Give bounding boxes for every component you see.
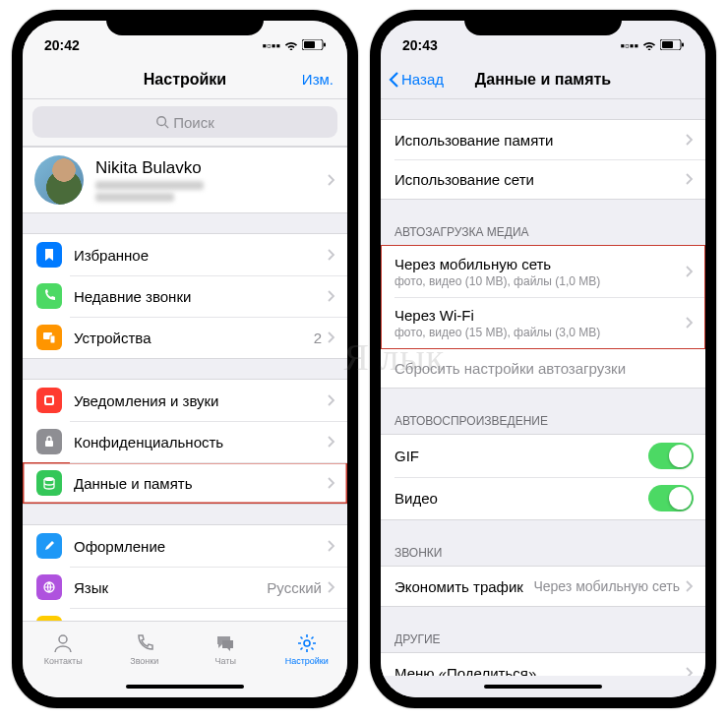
section-header-autoplay: АВТОВОСПРОИЗВЕДЕНИЕ: [381, 408, 705, 434]
signal-icon: ▪▫▪▪: [263, 38, 280, 53]
wifi-icon: [284, 38, 298, 53]
chevron-right-icon: [686, 173, 694, 185]
privacy-row[interactable]: Конфиденциальность: [23, 421, 347, 462]
svg-rect-20: [662, 41, 673, 48]
battery-icon: [302, 38, 326, 53]
section-header-automedia: АВТОЗАГРУЗКА МЕДИА: [381, 219, 705, 245]
svg-line-4: [165, 125, 169, 129]
section-header-calls: ЗВОНКИ: [381, 540, 705, 566]
chevron-right-icon: [328, 477, 335, 489]
phone-left: 20:42 ▪▫▪▪ Настройки Изм. Поиск: [12, 10, 358, 708]
wifi-icon: [642, 38, 656, 53]
bell-icon: [36, 388, 62, 413]
nav-title: Настройки: [144, 71, 226, 89]
chevron-right-icon: [686, 134, 694, 146]
gif-toggle[interactable]: [648, 443, 694, 469]
chevron-left-icon: [389, 71, 399, 89]
svg-rect-9: [45, 441, 53, 447]
gear-icon: [296, 632, 318, 654]
time: 20:43: [402, 37, 438, 53]
devices-row[interactable]: Устройства 2: [23, 317, 347, 358]
gif-row: GIF: [381, 435, 705, 477]
favorites-row[interactable]: Избранное: [23, 234, 347, 275]
notch: [464, 10, 622, 35]
phone-icon: [36, 283, 62, 309]
tab-bar: Контакты Звонки Чаты Настройки: [23, 621, 347, 676]
devices-icon: [36, 325, 62, 350]
lock-icon: [36, 429, 62, 454]
svg-rect-21: [682, 42, 684, 46]
home-indicator[interactable]: [23, 676, 347, 697]
chevron-right-icon: [686, 317, 694, 329]
chevron-right-icon: [686, 667, 694, 676]
database-icon: [36, 470, 62, 496]
globe-icon: [36, 574, 62, 600]
video-toggle[interactable]: [648, 485, 694, 511]
tab-calls[interactable]: Звонки: [104, 622, 186, 676]
battery-icon: [660, 38, 684, 53]
nav-bar: Настройки Изм.: [23, 60, 347, 99]
profile-row[interactable]: Nikita Bulavko: [23, 148, 347, 212]
language-value: Русский: [267, 579, 322, 596]
svg-point-3: [157, 117, 166, 126]
edit-button[interactable]: Изм.: [302, 71, 334, 88]
storage-usage-row[interactable]: Использование памяти: [381, 120, 705, 159]
wifi-row[interactable]: Через Wi-Fi фото, видео (15 MB), файлы (…: [381, 297, 705, 348]
tab-settings[interactable]: Настройки: [267, 622, 348, 676]
chats-icon: [214, 632, 236, 654]
nav-bar: Назад Данные и память: [381, 60, 705, 99]
data-storage-row[interactable]: Данные и память: [23, 462, 347, 504]
search-input[interactable]: Поиск: [32, 106, 337, 138]
devices-count: 2: [314, 330, 322, 346]
reset-autodownload-row[interactable]: Сбросить настройки автозагрузки: [381, 348, 705, 388]
svg-point-18: [304, 640, 310, 646]
signal-icon: ▪▫▪▪: [621, 38, 638, 53]
video-row: Видео: [381, 477, 705, 519]
notifications-row[interactable]: Уведомления и звуки: [23, 380, 347, 421]
chevron-right-icon: [328, 581, 335, 593]
nav-title: Данные и память: [475, 71, 611, 89]
svg-point-10: [44, 477, 54, 481]
blurred-line: [95, 193, 174, 202]
svg-rect-6: [50, 335, 55, 343]
search-icon: [155, 115, 169, 129]
section-header-other: ДРУГИЕ: [381, 627, 705, 652]
chevron-right-icon: [328, 249, 335, 261]
chevron-right-icon: [328, 174, 335, 186]
share-menu-row[interactable]: Меню «Поделиться»: [381, 653, 705, 676]
chevron-right-icon: [328, 331, 335, 343]
blurred-line: [95, 181, 204, 190]
save-traffic-value: Через мобильную сеть: [533, 578, 680, 594]
svg-rect-1: [304, 41, 315, 48]
bookmark-icon: [36, 242, 62, 268]
cellular-row[interactable]: Через мобильную сеть фото, видео (10 MB)…: [381, 246, 705, 297]
profile-name: Nikita Bulavko: [95, 158, 328, 178]
svg-rect-2: [324, 42, 326, 46]
save-traffic-row[interactable]: Экономить трафик Через мобильную сеть: [381, 567, 705, 606]
status-icons: ▪▫▪▪: [263, 38, 326, 53]
tab-chats[interactable]: Чаты: [185, 622, 267, 676]
chevron-right-icon: [686, 266, 694, 277]
chevron-right-icon: [686, 580, 694, 592]
network-usage-row[interactable]: Использование сети: [381, 159, 705, 199]
phone-icon: [134, 632, 155, 654]
brush-icon: [36, 533, 62, 559]
tab-contacts[interactable]: Контакты: [23, 622, 104, 676]
notch: [106, 10, 264, 35]
chevron-right-icon: [328, 394, 335, 406]
chevron-right-icon: [328, 290, 335, 302]
back-button[interactable]: Назад: [389, 71, 444, 89]
appearance-row[interactable]: Оформление: [23, 525, 347, 567]
language-row[interactable]: Язык Русский: [23, 567, 347, 608]
sticker-icon: [36, 616, 62, 621]
avatar: [34, 155, 84, 205]
recent-calls-row[interactable]: Недавние звонки: [23, 275, 347, 317]
chevron-right-icon: [328, 540, 335, 552]
chevron-right-icon: [328, 436, 335, 448]
svg-point-17: [59, 635, 67, 643]
contact-icon: [52, 632, 74, 654]
stickers-row[interactable]: Стикеры: [23, 608, 347, 621]
home-indicator[interactable]: [381, 676, 705, 697]
phone-right: 20:43 ▪▫▪▪ Назад Данные и память Использ…: [370, 10, 716, 708]
svg-rect-8: [46, 397, 52, 403]
